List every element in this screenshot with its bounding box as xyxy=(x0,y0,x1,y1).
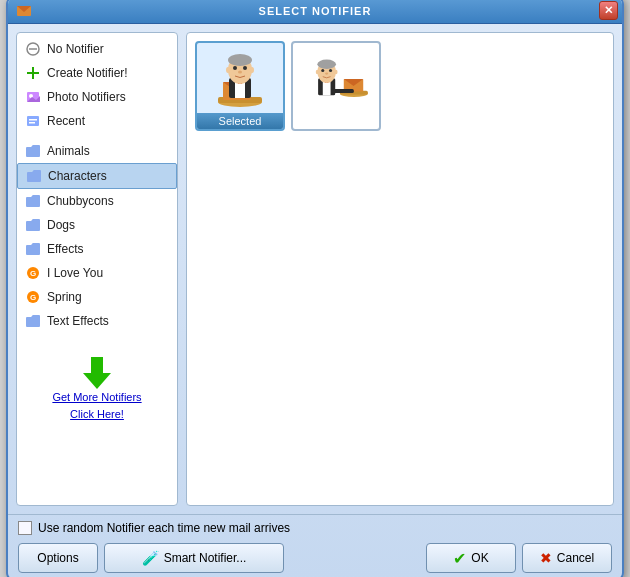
options-button[interactable]: Options xyxy=(18,543,98,573)
sidebar-item-text-effects[interactable]: Text Effects xyxy=(17,309,177,333)
butler1-image xyxy=(205,52,275,120)
sidebar-label: Text Effects xyxy=(47,314,109,328)
sidebar-item-no-notifier[interactable]: No Notifier xyxy=(17,37,177,61)
svg-marker-17 xyxy=(83,373,111,389)
sidebar-label: Recent xyxy=(47,114,85,128)
folder-icon xyxy=(25,193,41,209)
sidebar-item-i-love-you[interactable]: G I Love You xyxy=(17,261,177,285)
sidebar-label: Effects xyxy=(47,242,83,256)
download-line1[interactable]: Get More Notifiers xyxy=(52,389,141,406)
photo-icon xyxy=(25,89,41,105)
sidebar-label: Chubbycons xyxy=(47,194,114,208)
titlebar: SELECT NOTIFIER ✕ xyxy=(8,0,622,24)
get-more-notifiers-link[interactable]: Get More Notifiers Click Here! xyxy=(52,389,141,422)
sidebar-label: No Notifier xyxy=(47,42,104,56)
svg-point-28 xyxy=(233,66,237,70)
content-area: No Notifier Create Notifier! xyxy=(8,24,622,514)
random-label: Use random Notifier each time new mail a… xyxy=(38,521,290,535)
cancel-label: Cancel xyxy=(557,551,594,565)
recent-icon xyxy=(25,113,41,129)
folder-icon xyxy=(25,217,41,233)
svg-point-30 xyxy=(238,71,242,74)
folder-icon xyxy=(25,241,41,257)
sidebar-item-chubbycons[interactable]: Chubbycons xyxy=(17,189,177,213)
notifier-grid: Selected xyxy=(186,32,614,506)
svg-point-31 xyxy=(226,67,230,73)
ok-button[interactable]: ✔ OK xyxy=(426,543,516,573)
svg-rect-10 xyxy=(29,119,37,121)
sidebar-item-dogs[interactable]: Dogs xyxy=(17,213,177,237)
cancel-button[interactable]: ✖ Cancel xyxy=(522,543,612,573)
svg-point-46 xyxy=(316,70,319,75)
sidebar-label: Dogs xyxy=(47,218,75,232)
svg-rect-16 xyxy=(91,357,103,375)
svg-rect-9 xyxy=(27,116,39,126)
svg-text:G: G xyxy=(30,269,36,278)
footer: Use random Notifier each time new mail a… xyxy=(8,514,622,577)
sidebar-item-spring[interactable]: G Spring xyxy=(17,285,177,309)
notifier-item-butler1[interactable]: Selected xyxy=(195,41,285,131)
butler2-image xyxy=(301,52,371,120)
sidebar-item-characters[interactable]: Characters xyxy=(17,163,177,189)
check-icon: ✔ xyxy=(453,549,466,568)
svg-point-29 xyxy=(243,66,247,70)
svg-point-45 xyxy=(325,72,328,74)
sidebar-label: Spring xyxy=(47,290,82,304)
create-icon xyxy=(25,65,41,81)
sidebar: No Notifier Create Notifier! xyxy=(16,32,178,506)
random-row: Use random Notifier each time new mail a… xyxy=(18,521,612,535)
smart-notifier-button[interactable]: 🧪 Smart Notifier... xyxy=(104,543,284,573)
sidebar-label: I Love You xyxy=(47,266,103,280)
notifier-item-butler2[interactable] xyxy=(291,41,381,131)
folder-icon xyxy=(26,168,42,184)
download-arrow-icon xyxy=(83,357,111,389)
svg-point-27 xyxy=(228,54,252,66)
svg-rect-11 xyxy=(29,122,35,124)
no-notifier-icon xyxy=(25,41,41,57)
sidebar-label: Photo Notifiers xyxy=(47,90,126,104)
beaker-icon: 🧪 xyxy=(142,550,159,566)
sidebar-item-create-notifier[interactable]: Create Notifier! xyxy=(17,61,177,85)
sidebar-label: Animals xyxy=(47,144,90,158)
sidebar-item-effects[interactable]: Effects xyxy=(17,237,177,261)
sidebar-label: Characters xyxy=(48,169,107,183)
sidebar-item-photo-notifiers[interactable]: Photo Notifiers xyxy=(17,85,177,109)
svg-point-47 xyxy=(334,70,337,75)
folder-orange-icon: G xyxy=(25,289,41,305)
options-label: Options xyxy=(37,551,78,565)
ok-label: OK xyxy=(471,551,488,565)
random-checkbox[interactable] xyxy=(18,521,32,535)
svg-rect-5 xyxy=(27,72,39,74)
dialog: SELECT NOTIFIER ✕ No Notifier xyxy=(6,0,624,577)
sidebar-item-recent[interactable]: Recent xyxy=(17,109,177,133)
download-line2[interactable]: Click Here! xyxy=(52,406,141,423)
folder-orange-icon: G xyxy=(25,265,41,281)
svg-text:G: G xyxy=(30,293,36,302)
folder-icon xyxy=(25,143,41,159)
smart-label: Smart Notifier... xyxy=(164,551,247,565)
titlebar-icon xyxy=(16,3,32,19)
svg-point-32 xyxy=(250,67,254,73)
sidebar-item-animals[interactable]: Animals xyxy=(17,139,177,163)
dialog-title: SELECT NOTIFIER xyxy=(259,5,372,17)
download-section: Get More Notifiers Click Here! xyxy=(17,349,177,430)
svg-point-44 xyxy=(329,69,332,72)
svg-point-42 xyxy=(317,60,336,69)
selected-label: Selected xyxy=(197,113,283,129)
folder-icon xyxy=(25,313,41,329)
sidebar-label: Create Notifier! xyxy=(47,66,128,80)
button-row: Options 🧪 Smart Notifier... ✔ OK ✖ Cance… xyxy=(18,543,612,573)
svg-point-43 xyxy=(321,69,324,72)
x-icon: ✖ xyxy=(540,550,552,566)
right-buttons: ✔ OK ✖ Cancel xyxy=(426,543,612,573)
close-button[interactable]: ✕ xyxy=(599,1,618,20)
